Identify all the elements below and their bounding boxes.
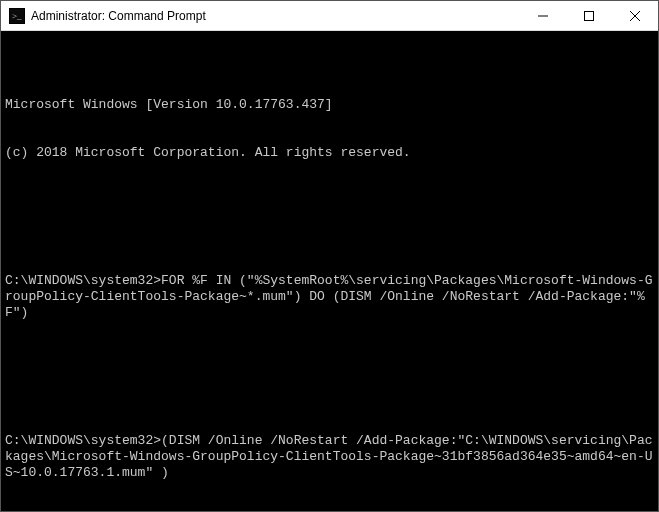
- maximize-button[interactable]: [566, 1, 612, 31]
- output-line: (c) 2018 Microsoft Corporation. All righ…: [5, 145, 654, 161]
- command-prompt-window: >_ Administrator: Command Prompt Microso…: [0, 0, 659, 512]
- terminal-output[interactable]: Microsoft Windows [Version 10.0.17763.43…: [1, 31, 658, 511]
- close-button[interactable]: [612, 1, 658, 31]
- command-line: C:\WINDOWS\system32>FOR %F IN ("%SystemR…: [5, 273, 654, 321]
- svg-rect-4: [585, 11, 594, 20]
- titlebar[interactable]: >_ Administrator: Command Prompt: [1, 1, 658, 31]
- window-title: Administrator: Command Prompt: [31, 9, 520, 23]
- minimize-button[interactable]: [520, 1, 566, 31]
- cmd-icon: >_: [9, 8, 25, 24]
- svg-text:>_: >_: [12, 11, 22, 21]
- command-line: C:\WINDOWS\system32>(DISM /Online /NoRes…: [5, 433, 654, 481]
- output-line: Microsoft Windows [Version 10.0.17763.43…: [5, 97, 654, 113]
